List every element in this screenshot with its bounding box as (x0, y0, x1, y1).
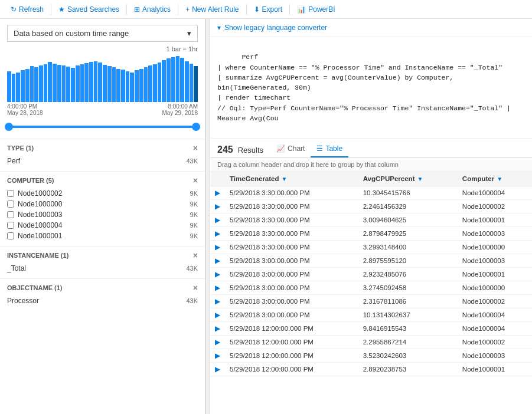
time-range-dropdown[interactable]: Data based on custom time range ▾ (7, 25, 198, 42)
hist-bar-10[interactable] (53, 64, 57, 102)
hist-bar-22[interactable] (107, 66, 112, 102)
computer-checkbox-3[interactable] (7, 222, 14, 229)
hist-bar-4[interactable] (25, 69, 30, 102)
hist-bar-20[interactable] (98, 63, 102, 102)
objectname-filter-close[interactable]: × (193, 284, 198, 292)
row-expand-4[interactable]: ▶ (210, 241, 225, 254)
hist-bar-11[interactable] (57, 65, 61, 102)
computer-filter-count-2: 9K (190, 211, 198, 218)
hist-bar-8[interactable] (44, 64, 48, 102)
hist-bar-27[interactable] (130, 73, 134, 102)
refresh-label: Refresh (19, 5, 44, 14)
hist-bar-23[interactable] (112, 67, 116, 102)
hist-bar-41[interactable] (194, 66, 198, 102)
refresh-button[interactable]: ↻ Refresh (5, 3, 50, 16)
hist-bar-38[interactable] (180, 58, 184, 102)
row-expand-10[interactable]: ▶ (210, 322, 225, 336)
row-computer-10: Node1000004 (458, 322, 532, 336)
hist-bar-3[interactable] (21, 70, 25, 102)
computer-checkbox-0[interactable] (7, 190, 14, 197)
hist-bar-33[interactable] (158, 63, 162, 102)
table-row: ▶ 5/29/2018 3:00:00.000 PM 2.9232485076 … (210, 268, 532, 281)
hist-bar-35[interactable] (167, 58, 171, 102)
computer-checkbox-4[interactable] (7, 232, 14, 239)
hist-bar-39[interactable] (185, 61, 189, 102)
row-computer-1: Node1000002 (458, 200, 532, 213)
hist-bar-32[interactable] (153, 64, 157, 102)
saved-searches-button[interactable]: ★ Saved Searches (53, 3, 125, 16)
hist-bar-14[interactable] (71, 68, 75, 102)
hist-bar-13[interactable] (66, 67, 70, 102)
computer-checkbox-1[interactable] (7, 201, 14, 208)
row-avg-8: 2.3167811086 (358, 295, 458, 308)
hist-date-left-date: May 28, 2018 (7, 110, 43, 116)
export-button[interactable]: ⬇ Export (248, 3, 289, 16)
hist-bar-17[interactable] (84, 63, 89, 102)
hist-bar-7[interactable] (39, 65, 43, 102)
type-filter-close[interactable]: × (193, 144, 198, 152)
plus-icon: + (185, 5, 190, 14)
hist-bar-6[interactable] (34, 67, 38, 102)
hist-bar-16[interactable] (80, 64, 84, 102)
row-expand-7[interactable]: ▶ (210, 281, 225, 295)
row-expand-13[interactable]: ▶ (210, 363, 225, 376)
hist-bar-30[interactable] (144, 67, 148, 102)
row-expand-0[interactable]: ▶ (210, 186, 225, 200)
row-avg-11: 2.2955867214 (358, 336, 458, 349)
computer-filter-icon[interactable]: ▼ (497, 176, 502, 182)
hist-bar-31[interactable] (148, 65, 152, 102)
main-layout: Data based on custom time range ▾ 1 bar … (0, 19, 532, 414)
row-expand-6[interactable]: ▶ (210, 268, 225, 281)
hist-bar-9[interactable] (48, 62, 52, 102)
row-expand-5[interactable]: ▶ (210, 254, 225, 268)
hist-bar-36[interactable] (171, 57, 175, 102)
hist-bar-2[interactable] (16, 73, 20, 102)
tab-chart[interactable]: 📈 Chart (270, 142, 311, 157)
computer-filter-header: COMPUTER (5) × (7, 176, 198, 185)
hist-bar-21[interactable] (103, 65, 107, 102)
histogram-dates: 4:00:00 PM May 28, 2018 8:00:00 AM May 2… (7, 103, 198, 116)
legacy-banner[interactable]: ▾ Show legacy language converter (210, 19, 532, 37)
query-area: Perf | where CounterName == "% Processor… (210, 37, 532, 139)
hist-bar-1[interactable] (12, 74, 16, 102)
row-expand-12[interactable]: ▶ (210, 349, 225, 363)
hist-bar-19[interactable] (94, 61, 98, 102)
row-computer-12: Node1000003 (458, 349, 532, 363)
resize-handle[interactable]: · · · (205, 19, 210, 414)
row-expand-2[interactable]: ▶ (210, 213, 225, 227)
hist-bar-37[interactable] (176, 56, 180, 102)
time-filter-icon[interactable]: ▼ (282, 176, 288, 182)
hist-bar-25[interactable] (121, 70, 125, 102)
row-expand-9[interactable]: ▶ (210, 308, 225, 322)
row-expand-11[interactable]: ▶ (210, 336, 225, 349)
hist-bar-26[interactable] (126, 71, 130, 102)
avg-filter-icon[interactable]: ▼ (417, 176, 423, 182)
tab-table[interactable]: ☰ Table (311, 142, 348, 157)
range-thumb-left[interactable] (5, 123, 13, 131)
range-thumb-right[interactable] (192, 123, 200, 131)
hist-bar-34[interactable] (162, 60, 166, 102)
hist-bar-0[interactable] (7, 71, 11, 102)
hist-bar-28[interactable] (135, 70, 139, 102)
toolbar-sep-4 (246, 4, 247, 15)
range-slider[interactable] (0, 119, 205, 139)
powerbi-button[interactable]: 📊 PowerBI (291, 3, 341, 16)
computer-checkbox-2[interactable] (7, 211, 14, 218)
hist-bar-24[interactable] (116, 69, 120, 102)
row-expand-3[interactable]: ▶ (210, 227, 225, 241)
row-expand-1[interactable]: ▶ (210, 200, 225, 213)
hist-bar-40[interactable] (190, 64, 194, 102)
new-alert-button[interactable]: + New Alert Rule (179, 3, 244, 16)
analytics-button[interactable]: ⊞ Analytics (128, 3, 177, 16)
instancename-filter-close[interactable]: × (193, 251, 198, 259)
row-time-5: 5/29/2018 3:00:00.000 PM (225, 254, 358, 268)
computer-filter-close[interactable]: × (193, 176, 198, 185)
hist-bar-15[interactable] (76, 65, 80, 102)
hist-bar-18[interactable] (89, 62, 93, 102)
hist-bar-5[interactable] (30, 66, 34, 102)
hist-date-right-date: May 29, 2018 (162, 110, 198, 116)
row-computer-8: Node1000002 (458, 295, 532, 308)
row-expand-8[interactable]: ▶ (210, 295, 225, 308)
hist-bar-12[interactable] (62, 65, 66, 102)
hist-bar-29[interactable] (139, 69, 143, 102)
